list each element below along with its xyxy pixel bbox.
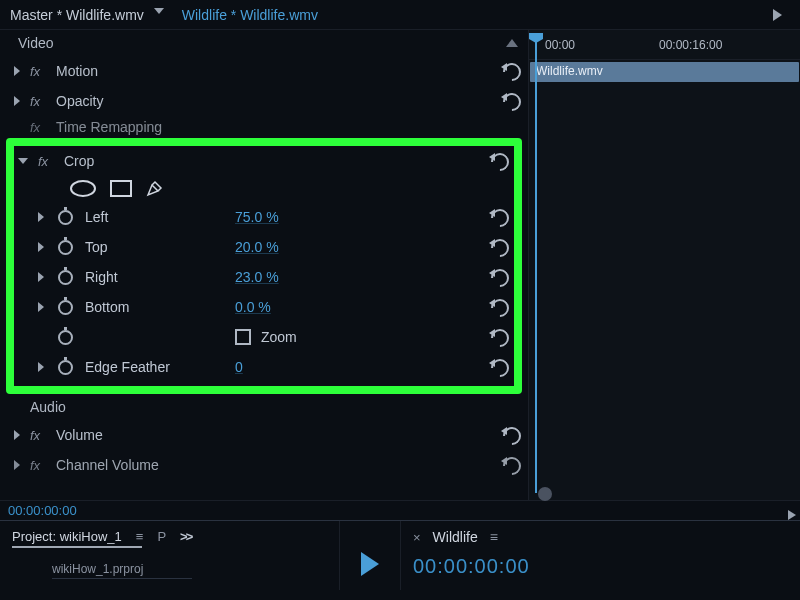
timecode-mark: 00:00:16:00 xyxy=(659,38,722,52)
go-to-end-icon[interactable] xyxy=(788,510,796,520)
reset-icon[interactable] xyxy=(490,298,508,316)
stopwatch-icon[interactable] xyxy=(58,210,73,225)
param-label: Edge Feather xyxy=(85,359,235,375)
chevron-right-icon xyxy=(14,96,20,106)
master-clip-label[interactable]: Master * Wildlife.wmv xyxy=(10,7,144,23)
project-panel[interactable]: Project: wikiHow_1 ≡ P >> wikiHow_1.prpr… xyxy=(0,521,340,590)
param-value[interactable]: 75.0 % xyxy=(235,209,279,225)
fx-badge-icon: fx xyxy=(30,458,46,473)
video-section-title: Video xyxy=(18,35,54,51)
reset-icon[interactable] xyxy=(502,456,520,474)
fx-badge-icon: fx xyxy=(30,120,46,135)
play-icon[interactable] xyxy=(773,9,782,21)
crop-highlight-frame: fx Crop Left 75.0 % Top xyxy=(6,138,522,394)
panel-menu-icon[interactable]: ≡ xyxy=(490,529,498,545)
param-label: Top xyxy=(85,239,235,255)
pen-mask-icon[interactable] xyxy=(146,179,164,197)
reset-icon[interactable] xyxy=(490,208,508,226)
chevron-right-icon[interactable] xyxy=(38,362,44,372)
chevron-right-icon[interactable] xyxy=(38,272,44,282)
play-button[interactable] xyxy=(361,552,379,576)
chevron-right-icon[interactable] xyxy=(38,242,44,252)
project-tab[interactable]: Project: wikiHow_1 xyxy=(12,529,122,544)
zoom-checkbox[interactable] xyxy=(235,329,251,345)
chevron-right-icon xyxy=(14,460,20,470)
panel-menu-icon[interactable]: ≡ xyxy=(136,529,144,544)
chevron-right-icon[interactable] xyxy=(38,212,44,222)
timecode-start: 00:00 xyxy=(545,38,575,52)
stopwatch-icon[interactable] xyxy=(58,360,73,375)
effect-row-opacity[interactable]: fx Opacity xyxy=(0,86,528,116)
reset-icon[interactable] xyxy=(490,358,508,376)
reset-icon[interactable] xyxy=(502,92,520,110)
sequence-tab[interactable]: Wildlife xyxy=(433,529,478,545)
fx-badge-icon: fx xyxy=(30,64,46,79)
reset-icon[interactable] xyxy=(490,328,508,346)
effect-label: Opacity xyxy=(56,93,103,109)
param-row-right[interactable]: Right 23.0 % xyxy=(14,262,514,292)
reset-icon[interactable] xyxy=(502,62,520,80)
param-value[interactable]: 0 xyxy=(235,359,243,375)
sequence-timecode[interactable]: 00:00:00:00 xyxy=(413,555,788,578)
zoom-label: Zoom xyxy=(261,329,297,345)
stopwatch-icon[interactable] xyxy=(58,330,73,345)
effect-label: Motion xyxy=(56,63,98,79)
secondary-tab[interactable]: P xyxy=(157,529,166,544)
crop-title: Crop xyxy=(64,153,94,169)
stopwatch-icon[interactable] xyxy=(58,270,73,285)
stopwatch-icon[interactable] xyxy=(58,300,73,315)
scrollbar-thumb[interactable] xyxy=(538,487,552,501)
param-label: Right xyxy=(85,269,235,285)
effect-row-crop[interactable]: fx Crop xyxy=(14,148,514,174)
timeline-clip[interactable]: Wildlife.wmv xyxy=(530,62,799,82)
param-row-zoom[interactable]: Zoom xyxy=(14,322,514,352)
close-icon[interactable]: × xyxy=(413,530,421,545)
active-clip-link[interactable]: Wildlife * Wildlife.wmv xyxy=(182,7,318,23)
chevron-right-icon[interactable] xyxy=(38,302,44,312)
sequence-panel[interactable]: × Wildlife ≡ 00:00:00:00 xyxy=(400,521,800,590)
project-bin-name[interactable]: wikiHow_1.prproj xyxy=(52,562,192,579)
effect-label: Volume xyxy=(56,427,103,443)
fx-badge-icon: fx xyxy=(30,428,46,443)
mini-timeline[interactable]: 00:00 00:00:16:00 Wildlife.wmv xyxy=(528,30,800,500)
effect-label: Channel Volume xyxy=(56,457,159,473)
rectangle-mask-icon[interactable] xyxy=(110,180,132,197)
param-row-bottom[interactable]: Bottom 0.0 % xyxy=(14,292,514,322)
stopwatch-icon[interactable] xyxy=(58,240,73,255)
chevron-right-icon xyxy=(14,430,20,440)
reset-icon[interactable] xyxy=(490,152,508,170)
reset-icon[interactable] xyxy=(490,238,508,256)
fx-badge-icon: fx xyxy=(30,94,46,109)
reset-icon[interactable] xyxy=(490,268,508,286)
param-value[interactable]: 0.0 % xyxy=(235,299,271,315)
playhead-icon[interactable] xyxy=(535,33,537,493)
param-row-edge-feather[interactable]: Edge Feather 0 xyxy=(14,352,514,382)
timeline-scrollbar[interactable] xyxy=(532,488,798,500)
reset-icon[interactable] xyxy=(502,426,520,444)
param-label: Bottom xyxy=(85,299,235,315)
param-row-top[interactable]: Top 20.0 % xyxy=(14,232,514,262)
current-timecode[interactable]: 00:00:00:00 xyxy=(0,500,800,520)
effect-label: Time Remapping xyxy=(56,119,162,135)
effect-row-time-remapping[interactable]: fx Time Remapping xyxy=(0,116,528,138)
chevron-right-icon xyxy=(14,66,20,76)
chevron-down-icon[interactable] xyxy=(18,158,28,164)
effect-row-volume[interactable]: fx Volume xyxy=(0,420,528,450)
audio-section-title: Audio xyxy=(30,399,66,415)
chevron-down-icon[interactable] xyxy=(154,8,164,18)
param-value[interactable]: 20.0 % xyxy=(235,239,279,255)
fx-badge-icon: fx xyxy=(38,154,54,169)
effect-row-motion[interactable]: fx Motion xyxy=(0,56,528,86)
effect-row-channel-volume[interactable]: fx Channel Volume xyxy=(0,450,528,480)
param-value[interactable]: 23.0 % xyxy=(235,269,279,285)
scroll-up-icon[interactable] xyxy=(506,39,518,47)
overflow-icon[interactable]: >> xyxy=(180,529,191,544)
ellipse-mask-icon[interactable] xyxy=(70,180,96,197)
param-label: Left xyxy=(85,209,235,225)
param-row-left[interactable]: Left 75.0 % xyxy=(14,202,514,232)
